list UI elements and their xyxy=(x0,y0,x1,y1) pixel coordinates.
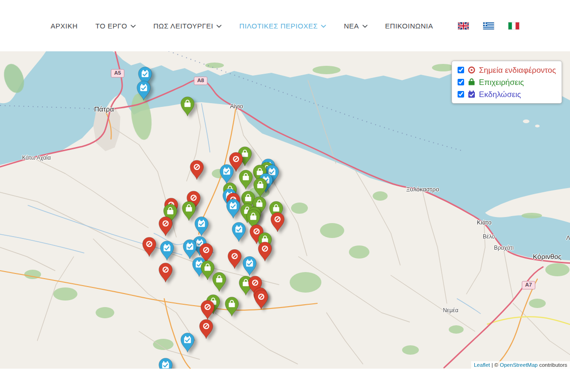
map-marker-poi[interactable] xyxy=(189,160,205,181)
legend-checkbox-business[interactable] xyxy=(458,79,464,85)
legend-label: Σημεία ενδιαφέροντος xyxy=(479,66,556,74)
map-marker-business[interactable] xyxy=(180,96,195,117)
shopping-bag-icon xyxy=(467,78,476,86)
chevron-down-icon xyxy=(216,25,222,28)
nav-item-label: ΕΠΙΚΟΙΝΩΝΙΑ xyxy=(385,22,433,30)
nav-item-2[interactable]: ΤΟ ΕΡΓΟ xyxy=(96,22,136,30)
attribution-suffix: contributors xyxy=(538,362,567,368)
osm-link[interactable]: OpenStreetMap xyxy=(500,362,538,368)
map-marker-poi[interactable] xyxy=(257,241,273,262)
map-marker-event[interactable] xyxy=(159,240,175,261)
map-marker-poi[interactable] xyxy=(158,216,174,237)
map-marker-poi[interactable] xyxy=(227,249,243,270)
leaflet-link[interactable]: Leaflet xyxy=(474,362,490,368)
attribution-sep: | © xyxy=(490,362,500,368)
legend-label: Εκδηλώσεις xyxy=(479,91,521,98)
legend-item-business[interactable]: Επιχειρήσεις xyxy=(458,78,556,86)
road-shield-A5: A5 xyxy=(111,69,125,77)
nav-item-3[interactable]: ΠΩΣ ΛΕΙΤΟΥΡΓΕΙ xyxy=(153,22,222,30)
legend-checkbox-event[interactable] xyxy=(458,91,464,98)
main-nav: ΑΡΧΙΚΗΤΟ ΕΡΓΟΠΩΣ ΛΕΙΤΟΥΡΓΕΙΠΙΛΟΤΙΚΕΣ ΠΕΡ… xyxy=(51,22,433,30)
chevron-down-icon xyxy=(321,25,326,28)
map-marker-event[interactable] xyxy=(194,216,209,237)
english-flag[interactable] xyxy=(458,22,469,29)
map-marker-event[interactable] xyxy=(225,198,241,219)
page: ΑΡΧΙΚΗΤΟ ΕΡΓΟΠΩΣ ΛΕΙΤΟΥΡΓΕΙΠΙΛΟΤΙΚΕΣ ΠΕΡ… xyxy=(0,0,570,392)
site-header: ΑΡΧΙΚΗΤΟ ΕΡΓΟΠΩΣ ΛΕΙΤΟΥΡΓΕΙΠΙΛΟΤΙΚΕΣ ΠΕΡ… xyxy=(0,0,570,51)
nav-item-6[interactable]: ΕΠΙΚΟΙΝΩΝΙΑ xyxy=(385,22,433,30)
nav-item-label: ΑΡΧΙΚΗ xyxy=(51,22,78,30)
legend-checkbox-poi[interactable] xyxy=(458,67,464,73)
attribution: Leaflet | © OpenStreetMap contributors xyxy=(471,361,570,369)
map-marker-poi[interactable] xyxy=(253,289,269,310)
map-marker-poi[interactable] xyxy=(141,237,157,258)
legend-item-event[interactable]: Εκδηλώσεις xyxy=(458,90,556,98)
language-switcher xyxy=(458,22,519,29)
map-marker-event[interactable] xyxy=(180,332,195,353)
map-marker-event[interactable] xyxy=(136,80,152,101)
map-container[interactable]: ΠάτραΑίγιοΚάτω ΑχαΐαΞυλόκαστροΚιάτοΒέλοΒ… xyxy=(0,51,570,369)
chevron-down-icon xyxy=(131,25,136,28)
nav-item-1[interactable]: ΑΡΧΙΚΗ xyxy=(51,22,78,30)
nav-item-4[interactable]: ΠΙΛΟΤΙΚΕΣ ΠΕΡΙΟΧΕΣ xyxy=(239,22,326,30)
map-marker-poi[interactable] xyxy=(198,319,214,340)
greek-flag[interactable] xyxy=(483,22,494,29)
legend-item-poi[interactable]: Σημεία ενδιαφέροντος xyxy=(458,66,556,74)
map-marker-poi[interactable] xyxy=(158,262,174,283)
nav-item-label: ΠΩΣ ΛΕΙΤΟΥΡΓΕΙ xyxy=(153,22,213,30)
nav-item-5[interactable]: ΝΕΑ xyxy=(344,22,367,30)
layers-control: Σημεία ενδιαφέροντοςΕπιχειρήσειςΕκδηλώσε… xyxy=(452,61,562,104)
road-shield-A8: A8 xyxy=(194,77,208,85)
legend-label: Επιχειρήσεις xyxy=(479,78,524,86)
road-shield-A7: A7 xyxy=(522,281,535,289)
nav-item-label: ΤΟ ΕΡΓΟ xyxy=(96,22,127,30)
map-marker-event[interactable] xyxy=(242,256,257,277)
map-marker-event[interactable] xyxy=(231,222,247,243)
calendar-icon xyxy=(467,90,476,98)
italian-flag[interactable] xyxy=(508,22,519,29)
chevron-down-icon xyxy=(362,25,368,28)
target-icon xyxy=(467,66,476,74)
nav-item-label: ΠΙΛΟΤΙΚΕΣ ΠΕΡΙΟΧΕΣ xyxy=(239,22,318,30)
map-marker-event[interactable] xyxy=(158,357,174,369)
map-marker-business[interactable] xyxy=(238,169,254,190)
map-marker-poi[interactable] xyxy=(270,212,285,233)
map-marker-business[interactable] xyxy=(211,272,227,293)
nav-item-label: ΝΕΑ xyxy=(344,22,359,30)
map-marker-business[interactable] xyxy=(224,296,240,317)
map-marker-poi[interactable] xyxy=(200,300,215,321)
